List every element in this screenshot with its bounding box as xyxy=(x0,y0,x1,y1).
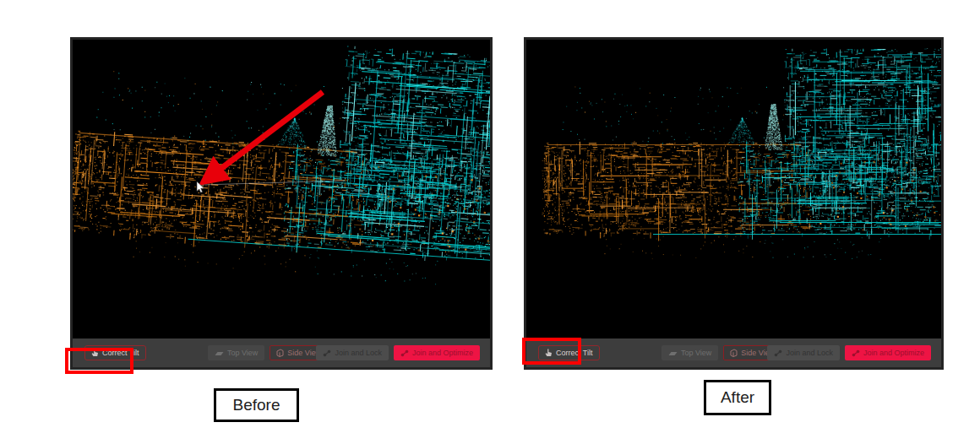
top-view-button[interactable]: Top View xyxy=(208,345,264,360)
point-cloud-canvas-after[interactable] xyxy=(526,40,941,338)
link-nodes-icon xyxy=(852,349,860,357)
join-button-group: Join and Lock Join and Optimize xyxy=(316,338,480,367)
view-button-group: Top View Side View xyxy=(208,338,328,367)
before-panel: Correct Tilt Top View Side View xyxy=(70,37,493,370)
correct-tilt-highlight-before xyxy=(65,348,133,374)
join-and-lock-button[interactable]: Join and Lock xyxy=(316,345,389,360)
join-and-lock-button[interactable]: Join and Lock xyxy=(767,345,840,360)
link-nodes-icon xyxy=(774,349,782,357)
link-nodes-icon xyxy=(323,349,331,357)
join-button-group: Join and Lock Join and Optimize xyxy=(767,338,931,367)
join-and-optimize-button[interactable]: Join and Optimize xyxy=(394,345,480,360)
point-cloud-viewport-before[interactable] xyxy=(73,40,490,338)
point-cloud-canvas-before[interactable] xyxy=(73,40,490,338)
flat-plane-icon xyxy=(668,349,678,357)
link-nodes-icon xyxy=(400,349,409,357)
join-and-optimize-label: Join and Optimize xyxy=(863,349,924,357)
join-and-optimize-label: Join and Optimize xyxy=(412,349,473,357)
toolbar-before: Correct Tilt Top View Side View xyxy=(73,338,490,367)
top-view-label: Top View xyxy=(681,349,711,357)
comparison-figure: Correct Tilt Top View Side View xyxy=(0,0,980,444)
join-and-optimize-button[interactable]: Join and Optimize xyxy=(845,345,931,360)
toolbar-after: Correct Tilt Top View Side View xyxy=(526,338,941,367)
after-caption: After xyxy=(704,380,771,415)
before-caption: Before xyxy=(214,388,299,422)
view-button-group: Top View Side View xyxy=(662,338,781,367)
top-view-label: Top View xyxy=(227,349,258,357)
3d-box-icon xyxy=(276,349,284,357)
correct-tilt-highlight-after xyxy=(522,338,581,365)
point-cloud-viewport-after[interactable] xyxy=(526,40,941,338)
after-panel: Correct Tilt Top View Side View xyxy=(524,37,944,370)
join-and-lock-label: Join and Lock xyxy=(335,349,382,357)
join-and-lock-label: Join and Lock xyxy=(786,349,833,357)
3d-box-icon xyxy=(730,349,738,357)
flat-plane-icon xyxy=(215,349,224,357)
top-view-button[interactable]: Top View xyxy=(662,345,718,360)
